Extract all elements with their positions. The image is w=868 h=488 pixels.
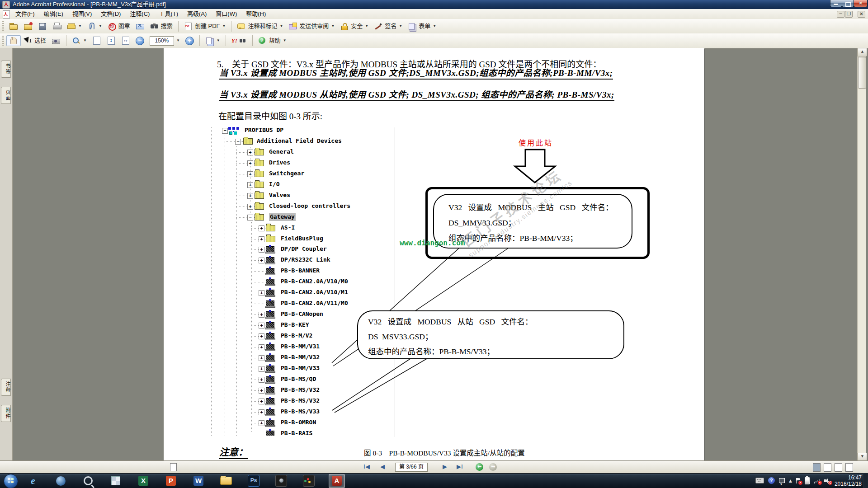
single-page-view-button[interactable] [813, 463, 821, 472]
taskbar-icon-excel[interactable]: X [136, 474, 151, 488]
collapse-minus-box[interactable]: − [222, 128, 228, 134]
sign-button[interactable]: 签名▼ [371, 21, 405, 32]
zoom-value[interactable]: 150% [150, 36, 174, 46]
doc-close-button[interactable]: × [858, 11, 865, 18]
menu-item-8[interactable]: 帮助(H) [241, 9, 270, 19]
menu-item-4[interactable]: 注释(C) [125, 9, 154, 19]
taskbar-icon-powerpoint[interactable]: P [163, 474, 179, 488]
attach-button[interactable]: ▼ [85, 21, 105, 32]
tree-item[interactable]: PB-B-CAN2.0A/V10/M1 [281, 288, 348, 296]
help-tray-icon[interactable]: ? [768, 477, 775, 484]
next-view-button[interactable]: → [489, 463, 497, 471]
continuous-facing-view-button[interactable] [835, 463, 842, 472]
tree-item[interactable]: Valves [269, 191, 290, 199]
fit-page-button[interactable]: ↕ [104, 35, 118, 46]
menu-item-1[interactable]: 编辑(E) [39, 9, 68, 19]
show-desktop-button[interactable] [863, 473, 868, 488]
zoom-out-button[interactable]: − [133, 35, 147, 47]
tree-item[interactable]: PB-B-MS/QD [281, 375, 316, 383]
page-indicator[interactable]: 第 3/66 页 [395, 463, 428, 472]
menu-item-7[interactable]: 窗口(W) [211, 9, 241, 19]
search-button[interactable]: 搜索 [147, 21, 175, 32]
tree-item[interactable]: PB-B-BANNER [281, 267, 320, 275]
expand-plus-box[interactable]: + [259, 409, 264, 415]
taskbar-icon-browser[interactable] [53, 474, 68, 488]
expand-plus-box[interactable]: + [247, 160, 253, 166]
security-button[interactable]: 安全▼ [337, 21, 371, 32]
tree-item[interactable]: FieldBusPlug [281, 235, 323, 243]
tree-item[interactable]: Additional Field Devices [257, 137, 342, 145]
facing-view-button[interactable] [845, 463, 853, 472]
open-button[interactable] [6, 21, 21, 32]
tree-item[interactable]: PB-B-MM/V32 [281, 353, 320, 361]
zoom-level-select[interactable]: 150%▼ [147, 35, 183, 47]
taskbar-icon-ie[interactable]: e [25, 474, 41, 488]
expand-plus-box[interactable]: + [247, 150, 253, 155]
expand-plus-box[interactable]: + [247, 182, 253, 188]
scrollbar-thumb[interactable] [858, 57, 866, 89]
taskbar-icon-paint[interactable] [301, 474, 316, 488]
expand-plus-box[interactable]: + [259, 323, 264, 328]
hand-tool-button[interactable] [6, 35, 21, 46]
volume-icon[interactable]: ⃠ [824, 478, 830, 483]
expand-plus-box[interactable]: + [259, 258, 264, 263]
expand-plus-box[interactable]: + [247, 171, 253, 177]
yahoo-search-button[interactable] [229, 35, 250, 46]
expand-plus-box[interactable]: + [259, 420, 264, 426]
battery-icon[interactable] [805, 477, 810, 484]
collapse-minus-box[interactable]: − [235, 139, 241, 145]
tree-item[interactable]: General [269, 148, 294, 156]
clock[interactable]: 16:47 2016/12/18 [835, 474, 862, 487]
taskbar-icon-photoshop[interactable]: Ps [246, 474, 261, 488]
taskbar-icon-acrobat[interactable]: A [329, 474, 345, 488]
nav-tab-书签[interactable]: 书签 [1, 61, 11, 78]
hidden-icons-chevron[interactable]: ▲ [789, 479, 792, 483]
last-page-button[interactable]: ▶Ⅰ [455, 463, 465, 471]
keyboard-icon[interactable] [755, 478, 764, 483]
expand-plus-box[interactable]: + [247, 204, 253, 210]
expand-plus-box[interactable]: + [259, 312, 264, 318]
tree-item[interactable]: Drives [269, 159, 290, 167]
fit-width-button[interactable]: ↔ [118, 35, 133, 46]
taskbar-icon-search-tool[interactable] [80, 474, 96, 488]
minimize-button[interactable] [830, 0, 842, 7]
expand-plus-box[interactable]: + [247, 193, 253, 199]
snapshot-button[interactable] [49, 35, 63, 46]
maximize-button[interactable] [842, 0, 854, 7]
tree-item[interactable]: PB-B-M/V2 [281, 332, 312, 340]
nav-tab-页面[interactable]: 页面 [1, 87, 11, 104]
expand-plus-box[interactable]: + [259, 377, 264, 383]
zoom-in-button[interactable]: + [183, 35, 197, 47]
taskbar-icon-word[interactable]: W [191, 474, 206, 488]
next-page-button[interactable]: ▶ [441, 463, 448, 471]
create-pdf-button[interactable]: 创建 PDF▼ [181, 21, 229, 32]
expand-plus-box[interactable]: + [259, 399, 264, 404]
expand-plus-box[interactable]: + [259, 333, 264, 339]
tree-item[interactable]: Closed-loop controllers [269, 202, 350, 210]
menu-item-0[interactable]: 文件(F) [11, 9, 39, 19]
tree-item[interactable]: PROFIBUS DP [245, 126, 283, 134]
tree-item[interactable]: AS-I [281, 224, 295, 232]
prev-page-button[interactable]: ◀ [379, 463, 386, 471]
email-button[interactable] [133, 21, 147, 32]
document-icon[interactable]: 人 [3, 10, 10, 19]
comment-markup-button[interactable]: 注释和标记▼ [234, 21, 286, 32]
menu-item-3[interactable]: 文档(D) [96, 9, 125, 19]
expand-plus-box[interactable]: + [259, 366, 264, 372]
select-tool-button[interactable]: 选择 [21, 35, 49, 46]
tree-item[interactable]: DP/DP Coupler [281, 245, 327, 253]
expand-plus-box[interactable]: + [259, 290, 264, 296]
tree-item[interactable]: DP/RS232C Link [281, 256, 330, 264]
tree-item[interactable]: PB-B-CAN2.0A/V11/M0 [281, 299, 348, 307]
continuous-view-button[interactable] [824, 463, 831, 472]
toolbar-grip[interactable] [2, 36, 4, 46]
menu-item-2[interactable]: 视图(V) [68, 9, 96, 19]
doc-restore-button[interactable]: ❐ [845, 11, 853, 18]
print-button[interactable] [50, 21, 64, 32]
tree-item[interactable]: PB-B-KEY [281, 321, 309, 329]
network-icon[interactable]: × [814, 478, 820, 483]
tree-item[interactable]: Switchgear [269, 169, 304, 178]
start-button[interactable] [4, 474, 18, 488]
zoom-tool-button[interactable]: ▼ [69, 35, 90, 46]
tree-item[interactable]: PB-B-MM/V33 [281, 364, 320, 372]
